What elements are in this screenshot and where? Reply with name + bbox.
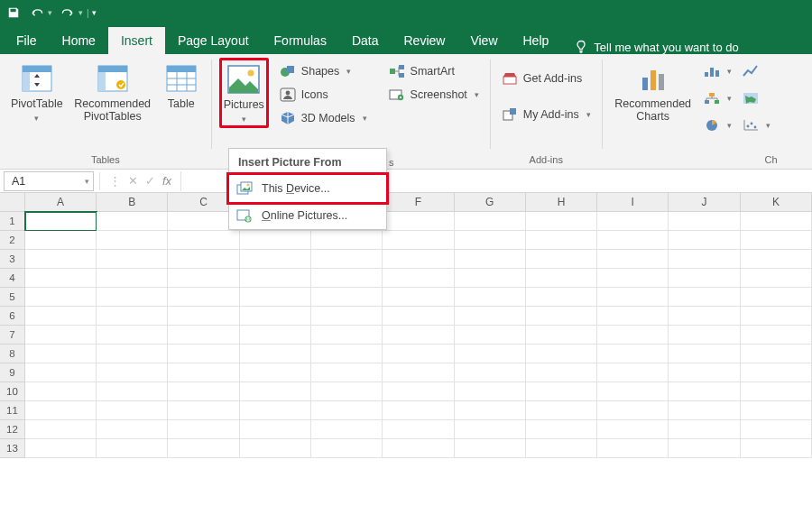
- cell[interactable]: [597, 288, 669, 307]
- cell[interactable]: [311, 288, 383, 307]
- cell[interactable]: [383, 420, 454, 439]
- cell[interactable]: [383, 231, 454, 250]
- enter-formula-icon[interactable]: ✓: [145, 174, 155, 188]
- cell[interactable]: [97, 345, 168, 363]
- icons-button[interactable]: Icons: [276, 85, 371, 105]
- cell[interactable]: [168, 345, 239, 363]
- cell[interactable]: [526, 420, 597, 439]
- save-icon[interactable]: [5, 5, 22, 21]
- fx-icon[interactable]: fx: [162, 174, 171, 188]
- cell[interactable]: [741, 269, 812, 288]
- 3d-models-button[interactable]: 3D Models ▾: [276, 108, 371, 128]
- get-addins-button[interactable]: Get Add-ins: [498, 69, 595, 88]
- cell[interactable]: [97, 326, 168, 345]
- cell[interactable]: [455, 326, 526, 345]
- cell[interactable]: [597, 326, 669, 345]
- cell[interactable]: [741, 420, 812, 439]
- row-header[interactable]: 4: [0, 269, 25, 288]
- recommended-pivottables-button[interactable]: Recommended PivotTables: [70, 58, 155, 142]
- redo-icon[interactable]: [60, 5, 76, 21]
- worksheet-grid[interactable]: ABCDEFGHIJK 12345678910111213: [0, 193, 812, 458]
- redo-dropdown-caret[interactable]: ▾: [78, 8, 83, 17]
- pivottable-button[interactable]: PivotTable ▾: [7, 58, 67, 142]
- cell[interactable]: [741, 212, 812, 231]
- shapes-button[interactable]: Shapes ▾: [276, 61, 371, 81]
- cell[interactable]: [25, 269, 97, 288]
- cell[interactable]: [597, 307, 669, 326]
- cell[interactable]: [597, 401, 669, 420]
- cell[interactable]: [25, 345, 97, 363]
- row-header[interactable]: 10: [0, 382, 25, 401]
- cell[interactable]: [597, 231, 669, 250]
- dropdown-item-online-pictures[interactable]: Online Pictures...: [229, 202, 386, 229]
- cell[interactable]: [168, 250, 239, 269]
- cell[interactable]: [168, 382, 239, 401]
- cell[interactable]: [669, 250, 740, 269]
- cell[interactable]: [597, 420, 669, 439]
- table-button[interactable]: Table: [159, 58, 204, 142]
- cell[interactable]: [168, 307, 239, 326]
- cell[interactable]: [597, 363, 669, 382]
- row-header[interactable]: 6: [0, 307, 25, 326]
- cell[interactable]: [455, 269, 526, 288]
- cell[interactable]: [168, 231, 239, 250]
- column-header[interactable]: K: [741, 193, 812, 211]
- cell[interactable]: [97, 420, 168, 439]
- chart-type-scatter-button[interactable]: ▾: [739, 115, 774, 135]
- cell[interactable]: [526, 250, 597, 269]
- cell[interactable]: [311, 363, 383, 382]
- cell[interactable]: [311, 269, 383, 288]
- cell[interactable]: [311, 382, 383, 401]
- cell[interactable]: [741, 345, 812, 363]
- select-all-corner[interactable]: [0, 193, 25, 211]
- cancel-formula-icon[interactable]: ✕: [128, 174, 138, 188]
- column-header[interactable]: A: [25, 193, 97, 211]
- cell[interactable]: [168, 363, 239, 382]
- cell[interactable]: [669, 212, 740, 231]
- cell[interactable]: [526, 212, 597, 231]
- cell[interactable]: [97, 231, 168, 250]
- cell[interactable]: [240, 269, 311, 288]
- cell[interactable]: [669, 363, 740, 382]
- column-header[interactable]: B: [97, 193, 168, 211]
- tell-me-search[interactable]: Tell me what you want to do: [561, 40, 751, 54]
- tab-insert[interactable]: Insert: [108, 27, 165, 54]
- tab-help[interactable]: Help: [511, 27, 562, 54]
- cell[interactable]: [97, 269, 168, 288]
- cell[interactable]: [669, 326, 740, 345]
- cell[interactable]: [597, 382, 669, 401]
- cell[interactable]: [383, 288, 454, 307]
- cell[interactable]: [741, 231, 812, 250]
- cell[interactable]: [168, 401, 239, 420]
- cell[interactable]: [311, 231, 383, 250]
- cell[interactable]: [25, 401, 97, 420]
- cell[interactable]: [311, 307, 383, 326]
- cell[interactable]: [383, 363, 454, 382]
- cell[interactable]: [97, 439, 168, 458]
- cell[interactable]: [168, 288, 239, 307]
- cell[interactable]: [669, 382, 740, 401]
- cell[interactable]: [25, 363, 97, 382]
- cell[interactable]: [311, 401, 383, 420]
- tab-page-layout[interactable]: Page Layout: [165, 27, 262, 54]
- cell[interactable]: [455, 212, 526, 231]
- cell[interactable]: [597, 269, 669, 288]
- cell[interactable]: [240, 382, 311, 401]
- pictures-button[interactable]: Pictures ▾: [219, 58, 269, 128]
- cell[interactable]: [240, 439, 311, 458]
- cell[interactable]: [526, 345, 597, 363]
- recommended-charts-button[interactable]: Recommended Charts: [610, 58, 697, 142]
- cell[interactable]: [25, 250, 97, 269]
- cell[interactable]: [168, 439, 239, 458]
- cell[interactable]: [455, 363, 526, 382]
- cell[interactable]: [455, 439, 526, 458]
- row-header[interactable]: 12: [0, 420, 25, 439]
- row-header[interactable]: 9: [0, 363, 25, 382]
- cell[interactable]: [240, 288, 311, 307]
- name-box[interactable]: A1 ▾: [4, 171, 94, 191]
- cell[interactable]: [240, 420, 311, 439]
- my-addins-button[interactable]: My Add-ins ▾: [498, 105, 595, 124]
- cell[interactable]: [383, 307, 454, 326]
- cell[interactable]: [383, 269, 454, 288]
- cell[interactable]: [383, 401, 454, 420]
